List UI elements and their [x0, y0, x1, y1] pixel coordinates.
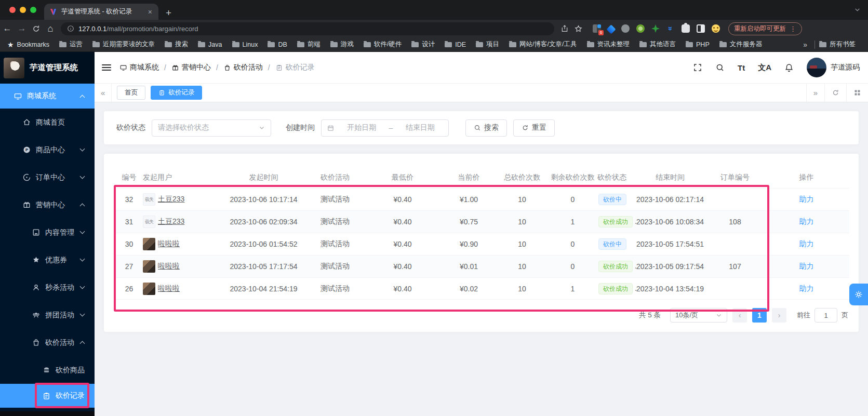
sidebar-item-mall-home[interactable]: 商城首页	[0, 109, 95, 136]
home-icon[interactable]: ⌂	[43, 23, 58, 34]
app-logo[interactable]: 芋道管理系统	[0, 52, 95, 84]
split-screen-extension-icon[interactable]	[697, 24, 705, 33]
sidebar-item-marketing-center[interactable]: 营销中心	[0, 191, 95, 219]
cell-user: 载失土豆233	[143, 216, 221, 228]
emoji-extension-icon[interactable]	[712, 24, 720, 33]
tags-scroll-right-icon[interactable]: »	[806, 84, 824, 102]
tags-scroll-left-icon[interactable]: «	[95, 84, 112, 102]
user-link[interactable]: 啦啦啦	[158, 262, 180, 271]
user-link[interactable]: 土豆233	[158, 217, 184, 226]
user-link[interactable]: 啦啦啦	[158, 284, 180, 293]
new-tab-button[interactable]: +	[166, 8, 171, 18]
cell-activity: 测试活动	[306, 217, 364, 226]
bookmark-folder[interactable]: IDE	[445, 41, 466, 48]
sidebar-item-mall-system[interactable]: 商城系统	[0, 84, 95, 109]
bookmark-folder[interactable]: 游戏	[330, 40, 354, 49]
tab-home[interactable]: 首页	[117, 86, 145, 100]
browser-menu-icon[interactable]: ⋮	[790, 25, 796, 33]
assist-link[interactable]: 助力	[799, 284, 814, 292]
bookmark-folder[interactable]: 软件/硬件	[364, 40, 402, 49]
browser-tab[interactable]: 芋道管理系统 - 砍价记录 ×	[44, 4, 158, 20]
kite-extension-icon[interactable]	[606, 24, 616, 34]
sidebar-item-seckill[interactable]: 秒杀活动	[0, 274, 95, 301]
globe-extension-icon[interactable]	[621, 24, 630, 33]
share-icon[interactable]	[560, 24, 569, 33]
page-size-select[interactable]: 10条/页	[670, 308, 727, 323]
goto-page-input[interactable]	[814, 308, 837, 323]
bookmark-folder[interactable]: 设计	[411, 40, 435, 49]
theme-settings-button[interactable]	[849, 284, 868, 305]
prev-page-button[interactable]: ‹	[732, 308, 747, 323]
bookmark-folder[interactable]: Java	[198, 41, 222, 48]
bell-icon[interactable]	[784, 63, 794, 72]
start-date-placeholder[interactable]: 开始日期	[339, 123, 385, 132]
font-size-icon[interactable]: Tt	[738, 63, 745, 72]
bookmarks-overflow-icon[interactable]: »	[796, 41, 814, 49]
fullscreen-icon[interactable]	[693, 63, 702, 72]
sidebar-item-bargain-goods[interactable]: 砍价商品	[0, 356, 95, 384]
assist-link[interactable]: 助力	[799, 262, 814, 270]
minimize-window-button[interactable]	[20, 7, 26, 13]
user-link[interactable]: 土豆233	[158, 195, 184, 204]
clover-extension-icon[interactable]	[651, 24, 660, 33]
bookmark-folder[interactable]: 搜索	[165, 40, 188, 49]
tab-bargain-record[interactable]: 砍价记录	[151, 86, 202, 100]
sidebar-item-order-center[interactable]: 订单中心	[0, 164, 95, 191]
date-range-picker[interactable]: 开始日期 – 结束日期	[321, 119, 449, 137]
breadcrumb-item[interactable]: 营销中心	[171, 63, 211, 72]
bookmark-folder[interactable]: 网站/博客/文章/工具	[509, 40, 577, 49]
site-info-icon[interactable]	[67, 25, 74, 32]
bookmark-folder[interactable]: 项目	[476, 40, 499, 49]
sidebar-item-content-management[interactable]: 内容管理	[0, 219, 95, 246]
bookmark-star-icon[interactable]	[574, 24, 583, 33]
breadcrumb-item[interactable]: 砍价活动	[223, 63, 263, 72]
tab-search-icon[interactable]	[854, 6, 861, 13]
assist-link[interactable]: 助力	[799, 195, 814, 203]
reload-icon[interactable]	[32, 24, 41, 33]
next-page-button[interactable]: ›	[772, 308, 786, 323]
back-icon[interactable]: ←	[0, 23, 15, 34]
bookmark-folder[interactable]: PHP	[686, 41, 710, 48]
collapse-menu-icon[interactable]	[102, 63, 111, 72]
bookmark-folder[interactable]: 近期需要读的文章	[92, 40, 155, 49]
close-window-button[interactable]	[9, 7, 16, 13]
refresh-page-icon[interactable]	[824, 84, 846, 102]
all-bookmarks-button[interactable]: 所有书签	[819, 40, 856, 49]
status-select[interactable]: 请选择砍价状态	[152, 119, 271, 137]
close-tab-icon[interactable]: ×	[147, 8, 153, 16]
locale-icon[interactable]: 文A	[758, 63, 771, 73]
user-link[interactable]: 啦啦啦	[158, 239, 180, 249]
sidebar-item-product-center[interactable]: P 商品中心	[0, 136, 95, 164]
sidebar-item-group-buy[interactable]: 拼团活动	[0, 301, 95, 329]
extensions-puzzle-icon[interactable]	[682, 24, 690, 33]
double-chevron-extension-icon[interactable]: »	[666, 24, 675, 33]
search-icon[interactable]	[715, 63, 725, 72]
green-dot-extension-icon[interactable]	[636, 24, 645, 33]
userscript-extension-icon[interactable]: 6	[593, 24, 601, 33]
layout-grid-icon[interactable]	[846, 84, 868, 102]
reset-button[interactable]: 重置	[513, 119, 555, 137]
address-bar[interactable]: 127.0.0.1/mall/promotion/bargain/record	[61, 22, 554, 35]
end-date-placeholder[interactable]: 结束日期	[397, 123, 443, 132]
bookmark-folder[interactable]: 文件服务器	[719, 40, 763, 49]
bookmark-folder[interactable]: DB	[268, 41, 287, 48]
bookmarks-apps[interactable]: ★Bookmarks	[7, 41, 49, 49]
bookmark-folder[interactable]: 运营	[59, 40, 83, 49]
chevron-down-icon	[80, 257, 85, 262]
page-number-button[interactable]: 1	[752, 308, 767, 323]
bookmark-folder[interactable]: 前端	[297, 40, 321, 49]
user-menu[interactable]: 芋道源码	[807, 58, 860, 77]
search-button[interactable]: 搜索	[465, 119, 507, 137]
maximize-window-button[interactable]	[30, 7, 36, 13]
browser-update-button[interactable]: 重新启动即可更新 ⋮	[728, 22, 802, 35]
assist-link[interactable]: 助力	[799, 239, 814, 248]
bookmark-folder[interactable]: Linux	[232, 41, 258, 48]
sidebar-item-bargain-record[interactable]: 砍价记录	[0, 384, 95, 408]
bookmark-folder[interactable]: 资讯未整理	[587, 40, 630, 49]
breadcrumb-item[interactable]: 商城系统	[119, 63, 159, 72]
sidebar-item-coupon[interactable]: 优惠券	[0, 246, 95, 274]
bookmark-folder[interactable]: 其他语言	[639, 40, 676, 49]
sidebar-item-bargain-activity[interactable]: 砍价活动	[0, 329, 95, 356]
forward-icon[interactable]: →	[15, 23, 29, 34]
assist-link[interactable]: 助力	[799, 217, 814, 225]
